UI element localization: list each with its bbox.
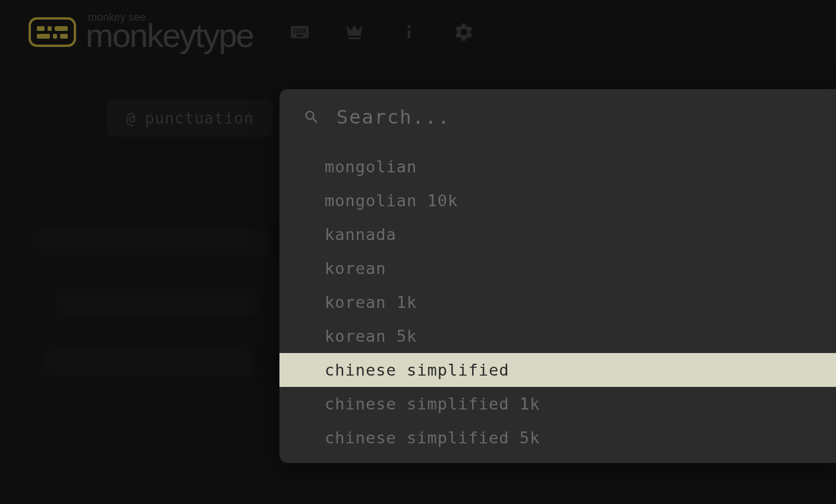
punctuation-toggle[interactable]: punctuation xyxy=(145,109,254,127)
info-icon[interactable] xyxy=(398,21,420,43)
keyboard-icon[interactable] xyxy=(289,21,310,43)
language-option[interactable]: korean 1k xyxy=(279,285,836,319)
language-option[interactable]: chinese simplified 1k xyxy=(279,387,836,421)
language-option[interactable]: kannada xyxy=(279,218,836,251)
logo-icon xyxy=(29,17,76,47)
language-picker-modal: mongolianmongolian 10kkannadakoreankorea… xyxy=(279,89,836,463)
language-option[interactable]: korean xyxy=(279,251,836,285)
search-icon xyxy=(303,109,320,125)
logo[interactable]: monkey see monkeytype xyxy=(29,12,253,52)
gear-icon[interactable] xyxy=(453,21,474,43)
at-icon: @ xyxy=(126,109,136,127)
search-input[interactable] xyxy=(337,106,812,128)
language-option[interactable]: chinese simplified xyxy=(279,353,836,387)
test-config-bar: @ punctuation xyxy=(107,100,273,137)
svg-point-0 xyxy=(407,25,410,28)
language-option[interactable]: chinese simplified 5k xyxy=(279,421,836,455)
svg-rect-1 xyxy=(408,30,411,39)
language-option[interactable]: mongolian 10k xyxy=(279,184,836,218)
language-option[interactable]: korean 5k xyxy=(279,319,836,353)
crown-icon[interactable] xyxy=(344,21,365,43)
language-list[interactable]: mongolianmongolian 10kkannadakoreankorea… xyxy=(279,150,836,455)
app-header: monkey see monkeytype xyxy=(0,0,836,64)
logo-title: monkeytype xyxy=(86,19,253,52)
search-row xyxy=(279,89,836,138)
blurred-background-text xyxy=(36,226,268,378)
language-option[interactable]: mongolian xyxy=(279,150,836,184)
nav-icons xyxy=(289,21,474,43)
